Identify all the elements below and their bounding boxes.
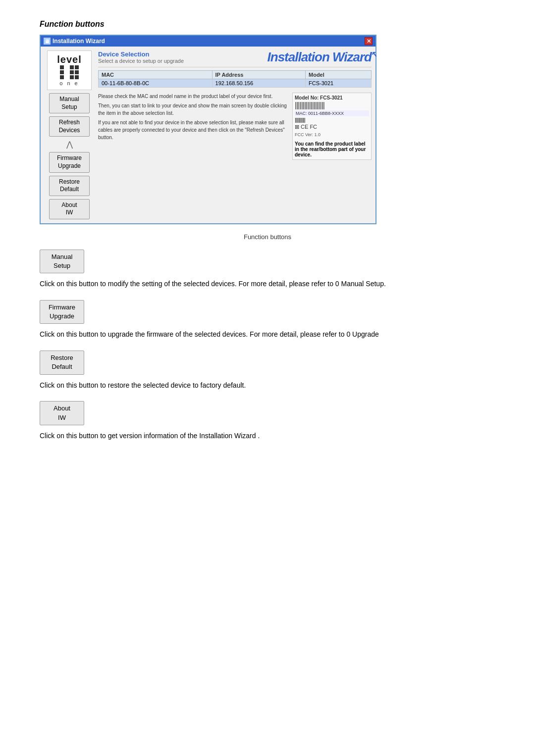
- wizard-close-button[interactable]: ✕: [365, 37, 373, 45]
- manual-setup-button[interactable]: ManualSetup: [49, 93, 90, 113]
- func-btn-firmware-upgrade-section: FirmwareUpgrade Click on this button to …: [40, 300, 495, 341]
- wizard-brand-title: Installation Wizard ↖: [268, 50, 372, 63]
- func-btn-about-iw-demo[interactable]: AboutIW: [40, 401, 84, 425]
- section-title: Function buttons: [40, 20, 495, 29]
- about-iw-button[interactable]: AboutIW: [49, 199, 90, 219]
- cell-ip: 192.168.50.156: [212, 79, 305, 88]
- wizard-subtitle: Device Selection: [98, 50, 184, 58]
- firmware-upgrade-button[interactable]: FirmwareUpgrade: [49, 152, 90, 172]
- func-btn-about-iw-section: AboutIW Click on this button to get vers…: [40, 401, 495, 442]
- product-find-text: You can find the product label in the re…: [295, 141, 369, 157]
- product-mac: MAC: 0011-6BB8-XXXX: [295, 110, 369, 116]
- cell-model: FCS-3021: [306, 79, 372, 88]
- info-para2: Then, you can start to link to your devi…: [98, 102, 288, 117]
- restore-default-button[interactable]: RestoreDefault: [49, 176, 90, 196]
- wizard-caption: Function buttons: [40, 233, 495, 241]
- product-label: Model No: FCS-3021 ||||||||||||||||||| M…: [292, 93, 372, 160]
- func-btn-restore-default-desc: Click on this button to restore the sele…: [40, 380, 495, 392]
- wizard-description: Select a device to setup or upgrade: [98, 58, 184, 64]
- product-note: FCC Ver: 1.0: [295, 132, 369, 138]
- wizard-titlebar-icon: 🖥: [44, 38, 51, 45]
- info-para1: Please check the MAC and model name in t…: [98, 93, 288, 100]
- func-btn-firmware-upgrade-demo[interactable]: FirmwareUpgrade: [40, 300, 84, 324]
- refresh-devices-button[interactable]: RefreshDevices: [49, 116, 90, 137]
- func-btn-about-iw-desc: Click on this button to get version info…: [40, 430, 495, 442]
- wizard-titlebar: 🖥 Installation Wizard ✕: [41, 36, 375, 47]
- product-model-no: Model No: FCS-3021: [295, 95, 369, 101]
- wizard-info-text: Please check the MAC and model name in t…: [98, 93, 288, 160]
- product-barcode-small: |||||||||||||: [295, 117, 305, 123]
- info-para3: If you are not able to find your device …: [98, 119, 288, 141]
- product-cert: ⊠ CE FC: [295, 124, 369, 130]
- wizard-title: Installation Wizard: [53, 38, 105, 45]
- func-btn-manual-setup-section: ManualSetup Click on this button to modi…: [40, 250, 495, 290]
- cell-mac: 00-11-6B-80-8B-0C: [99, 79, 213, 88]
- col-model: Model: [306, 71, 372, 79]
- func-btn-manual-setup-desc: Click on this button to modify the setti…: [40, 278, 495, 290]
- divider-arrow: ⋀: [66, 140, 73, 149]
- level-logo: level o n e: [47, 50, 92, 90]
- col-mac: MAC: [99, 71, 213, 79]
- func-btn-manual-setup-demo[interactable]: ManualSetup: [40, 250, 84, 273]
- product-barcode: |||||||||||||||||||: [295, 101, 369, 109]
- func-btn-restore-default-section: RestoreDefault Click on this button to r…: [40, 351, 495, 391]
- wizard-window: 🖥 Installation Wizard ✕ level o n e Manu…: [40, 35, 376, 224]
- func-btn-restore-default-demo[interactable]: RestoreDefault: [40, 351, 84, 374]
- device-table: MAC IP Address Model 00-11-6B-80-8B-0C 1…: [98, 70, 372, 88]
- func-btn-firmware-upgrade-desc: Click on this button to upgrade the firm…: [40, 329, 495, 341]
- table-row[interactable]: 00-11-6B-80-8B-0C 192.168.50.156 FCS-302…: [99, 79, 372, 88]
- col-ip: IP Address: [212, 71, 305, 79]
